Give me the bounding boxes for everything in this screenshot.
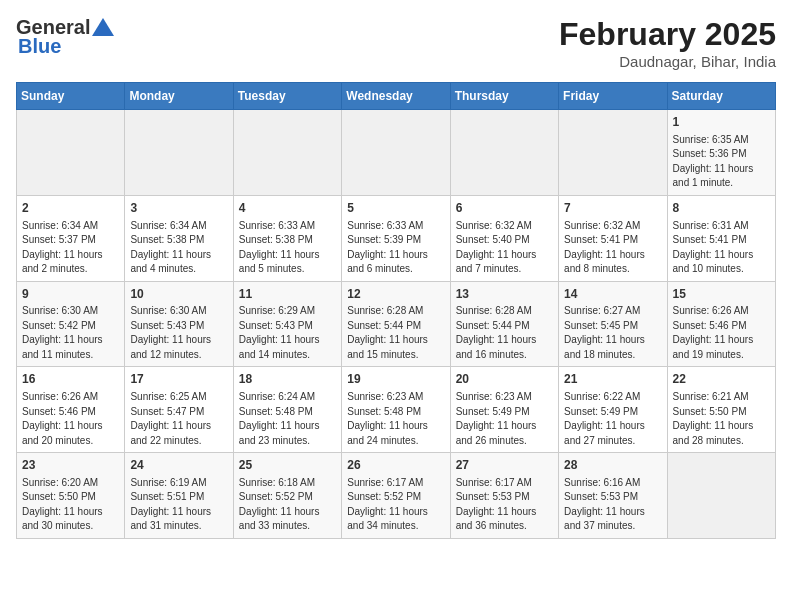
day-info-line: Sunset: 5:41 PM	[673, 233, 770, 248]
day-info-line: Sunrise: 6:28 AM	[347, 304, 444, 319]
day-info-line: Sunrise: 6:32 AM	[456, 219, 553, 234]
day-info-line: Sunset: 5:43 PM	[130, 319, 227, 334]
day-number: 23	[22, 457, 119, 474]
day-info-line: Sunrise: 6:27 AM	[564, 304, 661, 319]
calendar-cell: 20Sunrise: 6:23 AMSunset: 5:49 PMDayligh…	[450, 367, 558, 453]
calendar-cell: 11Sunrise: 6:29 AMSunset: 5:43 PMDayligh…	[233, 281, 341, 367]
calendar-week-row: 23Sunrise: 6:20 AMSunset: 5:50 PMDayligh…	[17, 453, 776, 539]
day-info-line: Sunset: 5:49 PM	[564, 405, 661, 420]
day-info-line: Sunrise: 6:30 AM	[22, 304, 119, 319]
calendar-cell: 24Sunrise: 6:19 AMSunset: 5:51 PMDayligh…	[125, 453, 233, 539]
calendar-cell: 19Sunrise: 6:23 AMSunset: 5:48 PMDayligh…	[342, 367, 450, 453]
day-info-line: Daylight: 11 hours and 7 minutes.	[456, 248, 553, 277]
day-info-line: Sunrise: 6:31 AM	[673, 219, 770, 234]
day-info-line: Sunrise: 6:23 AM	[347, 390, 444, 405]
day-number: 14	[564, 286, 661, 303]
day-info-line: Sunset: 5:49 PM	[456, 405, 553, 420]
day-info-line: Sunset: 5:41 PM	[564, 233, 661, 248]
day-number: 2	[22, 200, 119, 217]
col-header-sunday: Sunday	[17, 83, 125, 110]
day-info-line: Daylight: 11 hours and 27 minutes.	[564, 419, 661, 448]
day-info-line: Daylight: 11 hours and 26 minutes.	[456, 419, 553, 448]
day-info-line: Sunrise: 6:24 AM	[239, 390, 336, 405]
day-info-line: Daylight: 11 hours and 8 minutes.	[564, 248, 661, 277]
day-info-line: Daylight: 11 hours and 2 minutes.	[22, 248, 119, 277]
day-number: 17	[130, 371, 227, 388]
day-info-line: Sunrise: 6:19 AM	[130, 476, 227, 491]
svg-marker-0	[92, 18, 114, 36]
col-header-tuesday: Tuesday	[233, 83, 341, 110]
day-number: 1	[673, 114, 770, 131]
calendar-cell: 5Sunrise: 6:33 AMSunset: 5:39 PMDaylight…	[342, 195, 450, 281]
day-info-line: Daylight: 11 hours and 19 minutes.	[673, 333, 770, 362]
day-number: 19	[347, 371, 444, 388]
day-info-line: Sunset: 5:53 PM	[564, 490, 661, 505]
day-number: 10	[130, 286, 227, 303]
day-info-line: Sunset: 5:50 PM	[22, 490, 119, 505]
day-info-line: Sunset: 5:53 PM	[456, 490, 553, 505]
calendar-cell: 15Sunrise: 6:26 AMSunset: 5:46 PMDayligh…	[667, 281, 775, 367]
calendar-cell: 8Sunrise: 6:31 AMSunset: 5:41 PMDaylight…	[667, 195, 775, 281]
day-info-line: Sunrise: 6:28 AM	[456, 304, 553, 319]
day-info-line: Daylight: 11 hours and 31 minutes.	[130, 505, 227, 534]
day-number: 11	[239, 286, 336, 303]
day-info-line: Sunrise: 6:17 AM	[347, 476, 444, 491]
day-info-line: Daylight: 11 hours and 33 minutes.	[239, 505, 336, 534]
calendar-week-row: 1Sunrise: 6:35 AMSunset: 5:36 PMDaylight…	[17, 110, 776, 196]
calendar-table: SundayMondayTuesdayWednesdayThursdayFrid…	[16, 82, 776, 539]
day-info-line: Sunset: 5:44 PM	[347, 319, 444, 334]
calendar-cell: 12Sunrise: 6:28 AMSunset: 5:44 PMDayligh…	[342, 281, 450, 367]
calendar-cell: 6Sunrise: 6:32 AMSunset: 5:40 PMDaylight…	[450, 195, 558, 281]
day-info-line: Sunrise: 6:25 AM	[130, 390, 227, 405]
day-number: 7	[564, 200, 661, 217]
day-info-line: Daylight: 11 hours and 23 minutes.	[239, 419, 336, 448]
day-info-line: Daylight: 11 hours and 28 minutes.	[673, 419, 770, 448]
day-info-line: Sunrise: 6:26 AM	[673, 304, 770, 319]
calendar-cell: 22Sunrise: 6:21 AMSunset: 5:50 PMDayligh…	[667, 367, 775, 453]
col-header-saturday: Saturday	[667, 83, 775, 110]
calendar-cell: 18Sunrise: 6:24 AMSunset: 5:48 PMDayligh…	[233, 367, 341, 453]
day-number: 18	[239, 371, 336, 388]
day-info-line: Daylight: 11 hours and 18 minutes.	[564, 333, 661, 362]
day-info-line: Daylight: 11 hours and 30 minutes.	[22, 505, 119, 534]
day-info-line: Sunrise: 6:33 AM	[347, 219, 444, 234]
calendar-week-row: 2Sunrise: 6:34 AMSunset: 5:37 PMDaylight…	[17, 195, 776, 281]
day-number: 4	[239, 200, 336, 217]
day-info-line: Daylight: 11 hours and 6 minutes.	[347, 248, 444, 277]
col-header-thursday: Thursday	[450, 83, 558, 110]
col-header-monday: Monday	[125, 83, 233, 110]
day-info-line: Sunrise: 6:29 AM	[239, 304, 336, 319]
day-number: 20	[456, 371, 553, 388]
day-info-line: Daylight: 11 hours and 1 minute.	[673, 162, 770, 191]
calendar-cell: 23Sunrise: 6:20 AMSunset: 5:50 PMDayligh…	[17, 453, 125, 539]
day-info-line: Sunset: 5:52 PM	[347, 490, 444, 505]
day-number: 26	[347, 457, 444, 474]
day-number: 5	[347, 200, 444, 217]
day-info-line: Sunset: 5:46 PM	[673, 319, 770, 334]
day-info-line: Sunrise: 6:34 AM	[22, 219, 119, 234]
day-info-line: Sunset: 5:39 PM	[347, 233, 444, 248]
day-number: 24	[130, 457, 227, 474]
day-info-line: Sunset: 5:43 PM	[239, 319, 336, 334]
header: General Blue February 2025 Daudnagar, Bi…	[16, 16, 776, 70]
calendar-cell: 26Sunrise: 6:17 AMSunset: 5:52 PMDayligh…	[342, 453, 450, 539]
calendar-cell: 28Sunrise: 6:16 AMSunset: 5:53 PMDayligh…	[559, 453, 667, 539]
day-info-line: Sunset: 5:37 PM	[22, 233, 119, 248]
calendar-cell: 3Sunrise: 6:34 AMSunset: 5:38 PMDaylight…	[125, 195, 233, 281]
day-number: 8	[673, 200, 770, 217]
calendar-cell: 17Sunrise: 6:25 AMSunset: 5:47 PMDayligh…	[125, 367, 233, 453]
day-info-line: Sunset: 5:40 PM	[456, 233, 553, 248]
day-number: 27	[456, 457, 553, 474]
day-info-line: Sunrise: 6:22 AM	[564, 390, 661, 405]
calendar-cell	[667, 453, 775, 539]
calendar-cell: 21Sunrise: 6:22 AMSunset: 5:49 PMDayligh…	[559, 367, 667, 453]
day-info-line: Sunrise: 6:21 AM	[673, 390, 770, 405]
title-area: February 2025 Daudnagar, Bihar, India	[559, 16, 776, 70]
calendar-cell: 9Sunrise: 6:30 AMSunset: 5:42 PMDaylight…	[17, 281, 125, 367]
calendar-cell: 10Sunrise: 6:30 AMSunset: 5:43 PMDayligh…	[125, 281, 233, 367]
day-info-line: Sunrise: 6:33 AM	[239, 219, 336, 234]
day-number: 28	[564, 457, 661, 474]
day-info-line: Daylight: 11 hours and 34 minutes.	[347, 505, 444, 534]
day-number: 25	[239, 457, 336, 474]
day-info-line: Daylight: 11 hours and 12 minutes.	[130, 333, 227, 362]
